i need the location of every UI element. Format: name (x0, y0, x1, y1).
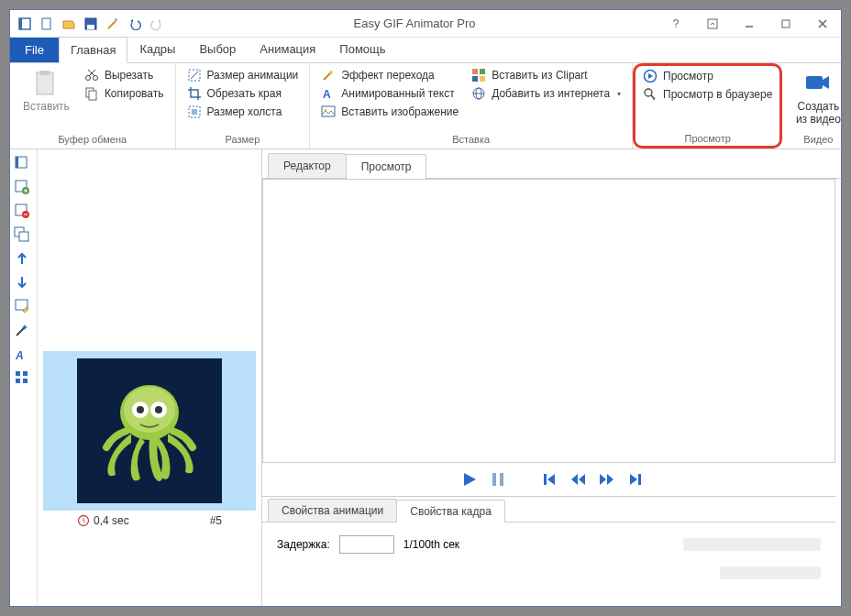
editor-panel: Редактор Просмотр Свойства анимации Свой… (261, 149, 841, 606)
svg-point-28 (645, 89, 652, 96)
create-from-video-button[interactable]: Создать из видео (790, 67, 846, 132)
maximize-button[interactable] (768, 10, 804, 38)
svg-rect-7 (782, 20, 790, 28)
insert-image-button[interactable]: Вставить изображение (317, 104, 462, 120)
size-group-label: Размер (183, 132, 303, 145)
preview-group-label: Просмотр (639, 131, 776, 144)
clock-icon (77, 514, 90, 527)
frame-thumbnail (77, 358, 222, 503)
ribbon-toggle-icon[interactable] (694, 10, 731, 38)
grid-icon[interactable] (14, 369, 32, 388)
preview-button[interactable]: Просмотр (639, 68, 776, 84)
insert-frame-icon[interactable] (14, 179, 32, 197)
play-icon[interactable] (461, 471, 478, 488)
anim-text-button[interactable]: AАнимированный текст (317, 85, 462, 102)
placeholder-bar (683, 538, 821, 551)
preview-browser-button[interactable]: Просмотр в браузере (639, 86, 776, 103)
preview-tab[interactable]: Просмотр (346, 154, 427, 179)
tab-frames[interactable]: Кадры (127, 36, 187, 62)
frame-duration: 0,4 sec (94, 514, 129, 527)
frame-item[interactable] (43, 351, 256, 511)
svg-rect-44 (16, 379, 20, 383)
svg-rect-54 (500, 473, 503, 486)
close-button[interactable] (804, 10, 841, 38)
edit-frame-icon[interactable] (14, 298, 32, 316)
svg-rect-5 (708, 19, 717, 28)
frames-list[interactable]: 0,4 sec #5 (38, 149, 261, 606)
group-size: Размер анимации Обрезать края Размер хол… (176, 63, 311, 148)
delay-input[interactable] (339, 535, 394, 554)
delete-frame-icon[interactable] (14, 203, 32, 221)
canvas-size-button[interactable]: Размер холста (183, 104, 303, 120)
copy-button[interactable]: Копировать (81, 85, 168, 102)
svg-rect-43 (23, 371, 28, 376)
svg-rect-2 (42, 18, 50, 29)
clipart-button[interactable]: Вставить из Clipart (468, 67, 624, 83)
ribbon: Вставить Вырезать Копировать Буфер обмен… (10, 63, 841, 149)
editor-tabs: Редактор Просмотр (262, 149, 841, 179)
svg-rect-8 (37, 72, 53, 94)
open-icon[interactable] (61, 16, 76, 31)
frame-props-tab[interactable]: Свойства кадра (396, 500, 505, 522)
move-up-icon[interactable] (14, 250, 32, 269)
svg-text:A: A (15, 349, 24, 362)
editor-tab[interactable]: Редактор (268, 153, 347, 178)
move-down-icon[interactable] (14, 274, 32, 292)
scissors-icon (84, 68, 99, 82)
effects-icon[interactable] (14, 322, 32, 340)
duplicate-frame-icon[interactable] (14, 226, 32, 245)
add-frame-icon[interactable] (14, 155, 32, 173)
svg-rect-32 (16, 157, 18, 168)
save-icon[interactable] (83, 16, 98, 31)
cut-button[interactable]: Вырезать (81, 67, 168, 83)
svg-rect-56 (638, 474, 641, 485)
undo-icon[interactable] (127, 16, 142, 31)
left-toolbar: A (10, 149, 38, 606)
wizard-icon[interactable] (105, 16, 120, 31)
pause-icon[interactable] (491, 471, 505, 488)
properties-panel: Свойства анимации Свойства кадра Задержк… (262, 496, 835, 606)
delay-label: Задержка: (277, 538, 330, 551)
file-tab[interactable]: File (10, 38, 59, 62)
tab-home[interactable]: Главная (59, 37, 127, 63)
minimize-button[interactable] (731, 10, 768, 38)
internet-button[interactable]: Добавить из интернета▾ (468, 85, 624, 102)
svg-rect-23 (480, 76, 485, 82)
new-icon[interactable] (39, 16, 54, 31)
globe-icon (471, 86, 486, 101)
svg-rect-1 (19, 18, 22, 29)
svg-point-49 (137, 406, 144, 413)
redo-icon[interactable] (149, 16, 164, 31)
svg-rect-39 (19, 232, 28, 241)
app-icon (17, 16, 32, 31)
first-frame-icon[interactable] (542, 472, 557, 487)
svg-rect-16 (192, 109, 197, 115)
tab-selection[interactable]: Выбор (187, 36, 248, 62)
playback-controls (262, 463, 841, 496)
video-label: Создать из видео (795, 100, 841, 126)
props-tabs: Свойства анимации Свойства кадра (262, 497, 835, 522)
tab-help[interactable]: Помощь (327, 36, 397, 62)
frame-number: #5 (210, 514, 222, 527)
anim-size-button[interactable]: Размер анимации (183, 67, 303, 83)
dropdown-icon: ▾ (617, 90, 621, 98)
prev-frame-icon[interactable] (569, 472, 586, 487)
transition-button[interactable]: Эффект перехода (317, 67, 462, 83)
tab-animation[interactable]: Анимация (248, 36, 327, 62)
last-frame-icon[interactable] (628, 472, 643, 487)
anim-props-tab[interactable]: Свойства анимации (268, 499, 397, 522)
image-icon (321, 104, 336, 119)
paste-button[interactable]: Вставить (17, 67, 75, 132)
delay-unit: 1/100th сек (403, 538, 459, 551)
crop-button[interactable]: Обрезать края (183, 85, 303, 102)
ribbon-tabbar: File Главная Кадры Выбор Анимация Помощь (10, 38, 841, 63)
help-icon[interactable]: ? (658, 10, 694, 38)
next-frame-icon[interactable] (599, 472, 615, 487)
group-preview: Просмотр Просмотр в браузере Просмотр (633, 63, 782, 148)
canvas-icon (187, 104, 202, 119)
text-tool-icon[interactable]: A (14, 346, 32, 364)
svg-rect-4 (87, 25, 94, 29)
window-title: Easy GIF Animator Pro (171, 16, 658, 30)
svg-rect-20 (472, 69, 478, 74)
main-window: Easy GIF Animator Pro ? File Главная Кад… (9, 9, 842, 607)
